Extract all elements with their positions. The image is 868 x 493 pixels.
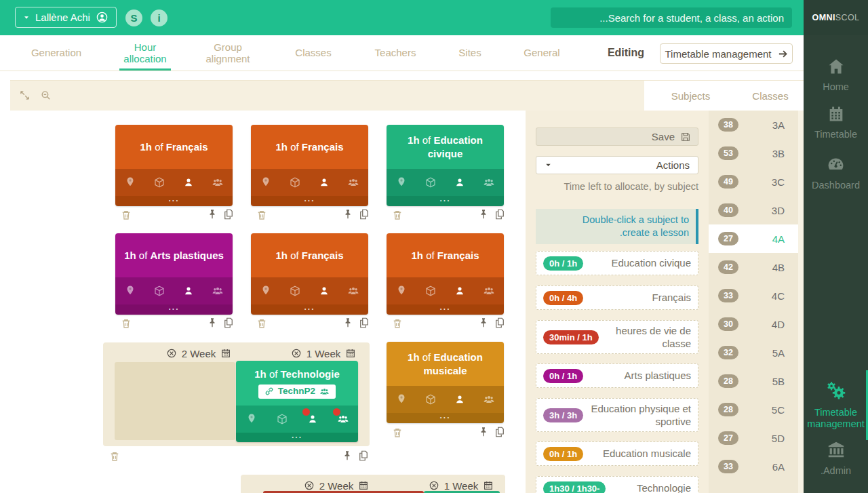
subject-item-arts-plastiques[interactable]: 0h / 1h Arts plastiques <box>536 363 698 388</box>
timetable-management-button[interactable]: Timetable management <box>660 43 793 64</box>
group-icon[interactable] <box>212 285 224 297</box>
group-tag[interactable]: TechnP2 <box>258 384 336 399</box>
pin-icon[interactable] <box>207 209 218 220</box>
group-icon[interactable] <box>483 176 495 189</box>
more-icon[interactable] <box>115 196 233 206</box>
class-row-5a[interactable]: 325A <box>709 338 804 367</box>
duplicate-icon[interactable] <box>494 317 506 329</box>
group-icon[interactable] <box>483 285 495 297</box>
lesson-card-francais-2[interactable]: 1h of Français <box>251 125 368 206</box>
class-row-3c[interactable]: 493C <box>709 167 804 196</box>
pin-icon[interactable] <box>342 209 353 220</box>
more-icon[interactable] <box>115 304 233 315</box>
duplicate-icon[interactable] <box>494 426 506 438</box>
teacher-icon[interactable] <box>454 393 466 406</box>
duplicate-icon[interactable] <box>222 317 235 329</box>
tab-group-alignment[interactable]: Group alignment <box>205 35 250 71</box>
lesson-card-francais-4[interactable]: 1h of Français <box>387 233 504 315</box>
delete-icon[interactable] <box>120 317 132 330</box>
pin-icon[interactable] <box>478 427 489 437</box>
teacher-icon[interactable] <box>318 176 330 189</box>
duplicate-icon[interactable] <box>357 450 370 462</box>
calendar-icon[interactable] <box>483 480 494 491</box>
sidebar-item-timetable[interactable]: Timetable <box>804 104 868 140</box>
delete-icon[interactable] <box>256 317 268 330</box>
lesson-card-education-civique[interactable]: 1h of Education civique <box>387 125 504 206</box>
more-icon[interactable] <box>387 413 504 423</box>
more-icon[interactable] <box>387 304 504 315</box>
sidebar-item-home[interactable]: Home <box>804 57 868 93</box>
class-row-3d[interactable]: 403D <box>709 196 804 224</box>
room-cube-icon[interactable] <box>289 176 301 189</box>
pin-icon[interactable] <box>478 209 489 220</box>
delete-icon[interactable] <box>391 209 403 221</box>
tab-generation[interactable]: Generation <box>31 35 81 71</box>
save-button[interactable]: Save <box>536 127 698 146</box>
class-row-4d[interactable]: 304D <box>709 310 804 338</box>
location-icon[interactable] <box>124 285 136 297</box>
lesson-card-francais-3[interactable]: 1h of Français <box>251 233 368 315</box>
more-icon[interactable] <box>236 433 358 442</box>
room-cube-icon[interactable] <box>153 285 165 297</box>
room-cube-icon[interactable] <box>425 285 437 297</box>
panel-tab-classes[interactable]: Classes <box>737 81 804 111</box>
room-cube-icon[interactable] <box>276 413 288 425</box>
tab-general[interactable]: General <box>524 35 559 71</box>
duplicate-icon[interactable] <box>222 208 235 220</box>
search-input[interactable] <box>551 7 792 28</box>
week-cycle-icon[interactable] <box>304 480 315 491</box>
panel-tab-subjects[interactable]: Subjects <box>644 81 737 111</box>
room-cube-icon[interactable] <box>425 176 437 189</box>
support-icon[interactable]: S <box>125 9 142 26</box>
subject-item-heures-de-vie[interactable]: 30min / 1h heures de vie de classe <box>536 320 698 354</box>
subject-item-francais[interactable]: 0h / 4h Français <box>536 285 698 310</box>
group-icon[interactable] <box>483 393 495 406</box>
lesson-card-arts-plastiques[interactable]: 1h of Arts plastiques <box>115 233 233 315</box>
sidebar-item-timetable-management[interactable]: Timetable management <box>804 380 868 431</box>
group-icon[interactable] <box>347 285 359 297</box>
class-row-4a[interactable]: 274A <box>709 224 804 253</box>
pin-icon[interactable] <box>207 317 218 328</box>
week-cycle-icon[interactable] <box>166 348 177 359</box>
class-row-5c[interactable]: 285C <box>709 395 804 424</box>
user-menu-button[interactable]: Lallène Achi <box>15 7 117 28</box>
info-icon[interactable]: i <box>151 9 167 26</box>
empty-week-slot[interactable] <box>115 362 235 440</box>
delete-icon[interactable] <box>391 427 403 439</box>
more-icon[interactable] <box>251 196 368 206</box>
class-row-6a[interactable]: 336A <box>709 452 804 481</box>
room-cube-icon[interactable] <box>153 176 165 189</box>
more-icon[interactable] <box>387 196 504 206</box>
tab-classes[interactable]: Classes <box>295 35 331 71</box>
pin-icon[interactable] <box>342 450 353 461</box>
delete-icon[interactable] <box>108 450 121 462</box>
location-icon[interactable] <box>395 393 408 406</box>
week-cycle-icon[interactable] <box>291 348 302 359</box>
location-icon[interactable] <box>260 176 272 189</box>
duplicate-icon[interactable] <box>358 208 370 220</box>
location-icon[interactable] <box>395 176 408 189</box>
teacher-icon[interactable] <box>454 176 466 189</box>
scrollbar[interactable] <box>798 111 804 493</box>
class-row-5b[interactable]: 285B <box>709 367 804 395</box>
room-cube-icon[interactable] <box>289 285 301 297</box>
lesson-card-technologie[interactable]: 1h of Technologie TechnP2 <box>236 361 358 442</box>
class-row-4c[interactable]: 334C <box>709 281 804 310</box>
sidebar-item-admin[interactable]: .Admin <box>804 439 868 477</box>
more-icon[interactable] <box>251 304 368 315</box>
group-icon[interactable] <box>347 176 359 189</box>
calendar-icon[interactable] <box>345 348 356 359</box>
teacher-icon[interactable] <box>307 413 319 425</box>
tab-teachers[interactable]: Teachers <box>375 35 416 71</box>
class-row-4b[interactable]: 424B <box>709 253 804 281</box>
pin-icon[interactable] <box>342 317 353 328</box>
delete-icon[interactable] <box>120 209 132 221</box>
subject-item-education-musicale[interactable]: 0h / 1h Education musicale <box>536 441 698 466</box>
subject-item-technologie[interactable]: 1h30 / 1h30- Technologie <box>536 476 698 493</box>
group-icon[interactable] <box>337 413 349 425</box>
lesson-card-francais-1[interactable]: 1h of Français <box>115 125 233 206</box>
subject-item-eps[interactable]: 3h / 3h Education physique et sportive <box>536 398 698 432</box>
duplicate-icon[interactable] <box>494 208 506 220</box>
expand-icon[interactable] <box>19 90 31 101</box>
calendar-icon[interactable] <box>358 480 369 491</box>
